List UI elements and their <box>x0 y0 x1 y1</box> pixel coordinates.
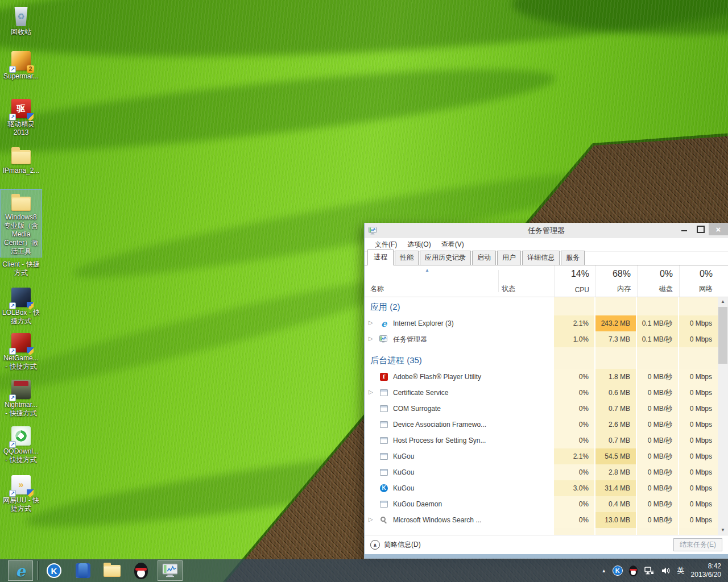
desktop-icon-label: 驱动精灵2013 <box>7 120 35 137</box>
process-row[interactable]: Device Association Framewo...0%2.6 MB0 M… <box>365 417 718 433</box>
desktop-icon-netgame[interactable]: ↗NetGame...- 快捷方式 <box>1 331 42 372</box>
expand-arrow-icon[interactable]: ▷ <box>369 389 373 395</box>
cell-net: 0 Mbps <box>679 401 718 417</box>
generic-process-icon <box>379 436 388 445</box>
caption-buttons: × <box>676 223 728 235</box>
cell-mem: 1.8 MB <box>595 369 636 385</box>
desktop-icons: ♻回收站↗2Supermar...驱↗驱动精灵2013IPmana_2...Wi… <box>0 0 43 582</box>
desktop-icon-windows8-activator[interactable]: Windows8专业版（含MediaCenter）激活工具 <box>1 190 42 257</box>
cell-net: 0 Mbps <box>679 331 718 347</box>
cell-net: 0 Mbps <box>679 369 718 385</box>
driver-genius-icon: 驱↗ <box>10 98 32 119</box>
netease-uu-icon: »↗ <box>10 474 32 496</box>
cell-disk: 0 MB/秒 <box>637 433 678 448</box>
expand-arrow-icon[interactable]: ▷ <box>369 319 373 326</box>
process-row[interactable]: ▷Certificate Service0%0.6 MB0 MB/秒0 Mbps <box>365 385 718 401</box>
menu-item-0[interactable]: 文件(F) <box>370 240 402 250</box>
process-row[interactable]: COM Surrogate0%0.7 MB0 MB/秒0 Mbps <box>365 401 718 417</box>
taskbar-buttons: eK <box>0 559 183 582</box>
process-row[interactable]: fAdobe® Flash® Player Utility0%1.8 MB0 M… <box>365 369 718 385</box>
process-name: KuGou <box>393 480 414 496</box>
column-header-1[interactable]: 68%内存 <box>595 265 636 297</box>
desktop-icon-recycle-bin[interactable]: ♻回收站 <box>1 5 42 38</box>
menu-item-2[interactable]: 查看(V) <box>436 240 469 250</box>
desktop-icon-supermario[interactable]: ↗2Supermar... <box>1 49 42 82</box>
desktop-icon-driver-genius[interactable]: 驱↗驱动精灵2013 <box>1 97 42 138</box>
input-language-indicator[interactable]: 英 <box>677 566 685 576</box>
hidden-icons-arrow[interactable]: ▲ <box>602 568 606 573</box>
cell-cpu: 0% <box>554 512 594 528</box>
scroll-down-icon[interactable]: ▼ <box>718 526 728 535</box>
process-row[interactable]: KKuGou3.0%31.4 MB0 MB/秒0 Mbps <box>365 480 718 496</box>
column-header-0[interactable]: 14%CPU <box>554 265 594 297</box>
scrollbar-thumb[interactable] <box>718 307 727 364</box>
taskbar-button-task-manager[interactable] <box>158 560 183 581</box>
expand-arrow-icon[interactable]: ▷ <box>369 335 373 342</box>
search-process-icon <box>379 516 388 525</box>
desktop-icon-label: 回收站 <box>11 28 31 36</box>
desktop-icon-ipmana-folder[interactable]: IPmana_2... <box>1 143 42 176</box>
process-row[interactable]: KuGou Daemon0%0.4 MB0 MB/秒0 Mbps <box>365 496 718 512</box>
process-row[interactable]: ▷Microsoft Windows Search ...0%13.0 MB0 … <box>365 512 718 528</box>
badge: 2 <box>27 65 34 73</box>
desktop-icon-label: Windows8专业版（含MediaCenter）激活工具 <box>4 213 38 256</box>
column-header-3[interactable]: 0%网络 <box>679 265 718 297</box>
process-row[interactable]: KuGou2.1%54.5 MB0 MB/秒0 Mbps <box>365 448 718 464</box>
column-status[interactable]: 状态 <box>502 284 515 294</box>
process-name: COM Surrogate <box>393 401 441 417</box>
tray-kugou-icon[interactable]: K <box>613 566 623 576</box>
volume-icon[interactable] <box>661 566 671 575</box>
tab-4[interactable]: 用户 <box>497 251 521 265</box>
cell-cpu: 0% <box>554 369 594 385</box>
desktop-icon-nightmare[interactable]: ↗Nightmar...- 快捷方式 <box>1 377 42 419</box>
tab-1[interactable]: 性能 <box>395 251 419 265</box>
shortcut-arrow-icon: ↗ <box>9 441 16 448</box>
desktop-icon-qqdownload[interactable]: ↗QQDownl...- 快捷方式 <box>1 424 42 465</box>
desktop-icon-lolbox[interactable]: ↗LOLBox - 快捷方式 <box>1 285 42 327</box>
minimize-button[interactable] <box>676 223 692 235</box>
cell-cpu: 0% <box>554 496 594 512</box>
process-name: Microsoft Windows Search ... <box>393 512 481 528</box>
fewer-details-toggle[interactable]: ∧ 简略信息(D) <box>370 540 421 550</box>
network-icon[interactable] <box>644 566 655 575</box>
supermario-icon: ↗2 <box>10 50 32 72</box>
taskbar-button-media-player[interactable] <box>71 560 96 581</box>
tab-3[interactable]: 启动 <box>472 251 496 265</box>
cell-net: 0 Mbps <box>679 496 718 512</box>
scroll-up-icon[interactable]: ▲ <box>718 297 728 306</box>
close-button[interactable]: × <box>709 223 728 235</box>
tab-2[interactable]: 应用历史记录 <box>420 251 471 265</box>
desktop-icon-client-shortcut[interactable]: Client - 快捷方式 <box>1 259 42 278</box>
process-row[interactable]: KuGou0%2.8 MB0 MB/秒0 Mbps <box>365 464 718 480</box>
taskbar-button-qq[interactable] <box>129 560 154 581</box>
tray-qq-icon[interactable] <box>629 566 638 576</box>
desktop-icon-netease-uu[interactable]: »↗网易UU - 快捷方式 <box>1 473 42 514</box>
menu-bar: 文件(F)选项(O)查看(V) <box>365 238 728 252</box>
group-header: 应用 (2) <box>365 297 718 315</box>
column-name[interactable]: 名称 <box>370 284 384 294</box>
process-row[interactable]: ▷任务管理器1.0%7.3 MB0.1 MB/秒0 Mbps <box>365 331 718 347</box>
status-bar: ∧ 简略信息(D) 结束任务(E) <box>365 535 728 554</box>
tab-5[interactable]: 详细信息 <box>522 251 560 265</box>
tab-6[interactable]: 服务 <box>561 251 585 265</box>
taskbar-button-file-explorer[interactable] <box>100 560 125 581</box>
process-row[interactable]: Host Process for Setting Syn...0%0.7 MB0… <box>365 433 718 448</box>
cell-mem: 0.7 MB <box>595 401 636 417</box>
recycle-bin-icon: ♻ <box>10 6 32 27</box>
process-row[interactable]: ▷eInternet Explorer (3)2.1%243.2 MB0.1 M… <box>365 315 718 331</box>
cell-cpu: 3.0% <box>554 480 594 496</box>
menu-item-1[interactable]: 选项(O) <box>402 240 436 250</box>
taskbar-button-kugou[interactable]: K <box>42 560 67 581</box>
taskbar-button-internet-explorer[interactable]: e <box>8 560 33 581</box>
ie-process-icon: e <box>379 319 388 328</box>
maximize-button[interactable] <box>692 223 709 235</box>
kugou-process-icon: K <box>379 484 388 493</box>
vertical-scrollbar[interactable]: ▲ ▼ <box>718 297 728 535</box>
flash-process-icon: f <box>379 372 388 381</box>
clock[interactable]: 8:42 2013/6/20 <box>691 562 721 579</box>
tab-0[interactable]: 进程 <box>367 250 394 265</box>
end-task-button[interactable]: 结束任务(E) <box>673 538 722 551</box>
column-header-2[interactable]: 0%磁盘 <box>637 265 678 297</box>
titlebar[interactable]: 任务管理器 × <box>365 223 728 238</box>
expand-arrow-icon[interactable]: ▷ <box>369 516 373 522</box>
